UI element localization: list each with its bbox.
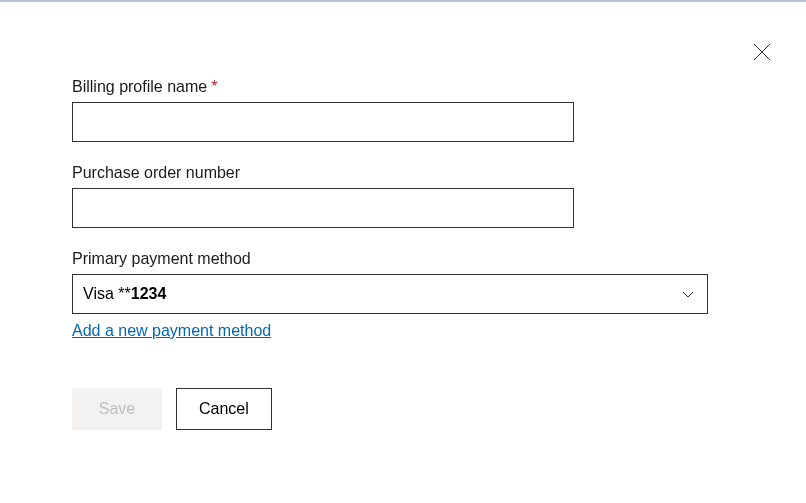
button-row: Save Cancel bbox=[72, 388, 734, 430]
billing-profile-label: Billing profile name* bbox=[72, 78, 734, 96]
purchase-order-input[interactable] bbox=[72, 188, 574, 228]
purchase-order-label: Purchase order number bbox=[72, 164, 734, 182]
purchase-order-group: Purchase order number bbox=[72, 164, 734, 228]
payment-method-group: Primary payment method Visa **1234 Add a… bbox=[72, 250, 734, 340]
add-payment-method-link[interactable]: Add a new payment method bbox=[72, 322, 271, 340]
billing-form: Billing profile name* Purchase order num… bbox=[0, 2, 806, 430]
save-button: Save bbox=[72, 388, 162, 430]
chevron-down-icon bbox=[681, 287, 695, 301]
payment-method-label: Primary payment method bbox=[72, 250, 734, 268]
billing-profile-group: Billing profile name* bbox=[72, 78, 734, 142]
payment-method-selected: Visa **1234 bbox=[83, 285, 166, 303]
required-marker: * bbox=[211, 78, 217, 95]
cancel-button[interactable]: Cancel bbox=[176, 388, 272, 430]
billing-profile-input[interactable] bbox=[72, 102, 574, 142]
payment-method-dropdown[interactable]: Visa **1234 bbox=[72, 274, 708, 314]
close-icon bbox=[752, 42, 772, 62]
close-button[interactable] bbox=[750, 40, 774, 64]
